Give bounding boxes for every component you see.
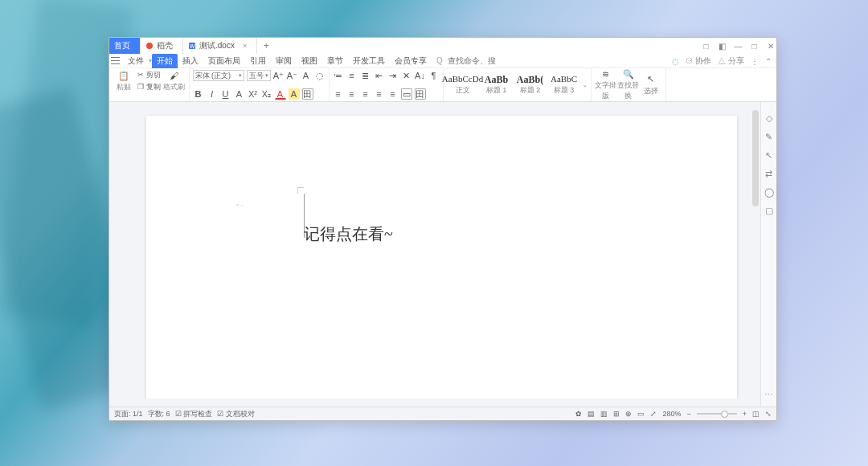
styles-more-icon[interactable]: ⌄: [583, 82, 588, 88]
find-replace-button[interactable]: 🔍 查找替换: [617, 68, 640, 101]
menu-start[interactable]: 开始: [152, 54, 178, 68]
decrease-font-button[interactable]: A⁻: [287, 70, 298, 81]
sidebar-arrow-icon[interactable]: ↖: [765, 150, 772, 161]
sort-button[interactable]: A↓: [415, 70, 426, 81]
vertical-scrollbar[interactable]: [751, 102, 760, 407]
bold-button[interactable]: B: [193, 88, 204, 100]
sidebar-swap-icon[interactable]: ⇄: [765, 169, 772, 179]
sidebar-diamond-icon[interactable]: ◇: [766, 113, 772, 124]
winbtn-b-icon[interactable]: ◧: [718, 42, 727, 51]
tab-close-button[interactable]: ×: [243, 42, 247, 50]
view-read-icon[interactable]: ▭: [637, 410, 645, 418]
new-tab-button[interactable]: +: [257, 40, 275, 51]
align-justify-button[interactable]: ≡: [374, 88, 385, 100]
view-grid-icon[interactable]: ⊞: [613, 410, 620, 418]
multilevel-button[interactable]: ≣: [360, 70, 371, 81]
view-outline-icon[interactable]: ▥: [600, 410, 608, 418]
sidebar-more-icon[interactable]: ⋯: [764, 390, 773, 400]
increase-font-button[interactable]: A⁺: [273, 70, 285, 81]
close-button[interactable]: ✕: [766, 42, 775, 51]
more-icon[interactable]: ⋮: [751, 57, 759, 66]
view-page-icon[interactable]: ▤: [588, 410, 595, 418]
superscript-button[interactable]: X²: [248, 88, 259, 100]
align-right-button[interactable]: ≡: [360, 88, 371, 100]
font-name-select[interactable]: 宋体 (正文)▾: [193, 70, 244, 81]
menu-view[interactable]: 视图: [297, 54, 322, 68]
select-button[interactable]: ↖ 选择: [640, 74, 662, 96]
menu-file[interactable]: 文件: [123, 54, 149, 68]
spell-check-button[interactable]: ☑ 拼写检查: [175, 409, 213, 419]
numbering-button[interactable]: ≡: [346, 70, 358, 81]
subscript-button[interactable]: X₂: [261, 88, 272, 100]
text-tools-button[interactable]: ≋ 文字排版: [595, 68, 617, 101]
zoom-level[interactable]: 280%: [662, 410, 681, 418]
tab-document[interactable]: W 测试.docx ×: [183, 38, 257, 54]
status-page[interactable]: 页面: 1/1: [114, 409, 143, 419]
menu-layout[interactable]: 页面布局: [203, 54, 245, 68]
fullscreen-icon[interactable]: ⤡: [765, 410, 772, 418]
collapse-ribbon-icon[interactable]: ⌃: [765, 57, 772, 66]
tab-app[interactable]: 稻壳: [141, 38, 183, 54]
document-body-text[interactable]: 记得点在看~: [304, 223, 393, 245]
line-height-button[interactable]: ≡: [387, 88, 399, 100]
highlight-button[interactable]: A: [289, 88, 300, 100]
search-input[interactable]: [448, 56, 496, 65]
menu-section[interactable]: 章节: [322, 54, 348, 68]
minimize-button[interactable]: —: [734, 42, 743, 51]
underline-button[interactable]: U: [220, 88, 231, 100]
style-h1[interactable]: AaBb 标题 1: [481, 74, 513, 96]
status-words[interactable]: 字数: 6: [148, 409, 170, 419]
align-center-button[interactable]: ≡: [346, 88, 358, 100]
shading-button[interactable]: ▭: [401, 88, 412, 100]
menu-hamburger-icon[interactable]: [111, 57, 120, 64]
style-normal[interactable]: AaBbCcDd 正文: [447, 74, 479, 96]
zoom-out-button[interactable]: −: [686, 410, 690, 418]
menu-devtools[interactable]: 开发工具: [348, 54, 390, 68]
cloud-icon[interactable]: ◌: [672, 57, 679, 66]
bullets-button[interactable]: ≔: [333, 70, 344, 81]
share-button[interactable]: △ 分享: [718, 55, 744, 67]
maximize-button[interactable]: □: [750, 42, 759, 51]
style-h3[interactable]: AaBbC 标题 3: [548, 74, 580, 96]
format-brush-button[interactable]: 🖌 格式刷: [163, 70, 186, 92]
sidebar-pencil-icon[interactable]: ✎: [765, 132, 772, 142]
menu-review[interactable]: 审阅: [271, 54, 297, 68]
text-tools-label: 文字排版: [595, 80, 617, 101]
doc-check-button[interactable]: ☑ 文档校对: [217, 409, 255, 419]
tab-home[interactable]: 首页: [109, 38, 141, 54]
font-color-button[interactable]: A: [275, 88, 286, 100]
borders-button[interactable]: 田: [415, 88, 426, 100]
zoom-slider[interactable]: [697, 413, 737, 415]
view-split-icon[interactable]: ◫: [752, 410, 760, 418]
coop-button[interactable]: ⚆ 协作: [686, 55, 711, 67]
menu-ref[interactable]: 引用: [245, 54, 271, 68]
menu-insert[interactable]: 插入: [178, 54, 203, 68]
paste-button[interactable]: 📋 粘贴: [113, 70, 135, 92]
search-icon[interactable]: Q: [432, 54, 448, 68]
horizontal-scrollbar[interactable]: [109, 399, 751, 407]
zoom-in-button[interactable]: +: [743, 410, 747, 418]
pilcrow-button[interactable]: ¶: [428, 70, 440, 81]
strike-button[interactable]: A: [234, 88, 245, 100]
italic-button[interactable]: I: [207, 88, 218, 100]
change-case-button[interactable]: A: [301, 70, 312, 81]
sidebar-rect-icon[interactable]: ▢: [765, 206, 773, 216]
view-gear-icon[interactable]: ✿: [575, 410, 582, 418]
sidebar-circle-icon[interactable]: ◯: [764, 187, 774, 198]
view-web-icon[interactable]: ⊕: [625, 410, 632, 418]
font-size-select[interactable]: 五号▾: [247, 70, 271, 81]
tabstops-button[interactable]: ✕: [401, 70, 412, 81]
zoom-fit-icon[interactable]: ⤢: [650, 410, 657, 418]
winbtn-a-icon[interactable]: □: [702, 42, 710, 51]
indent-right-button[interactable]: ⇥: [387, 70, 399, 81]
char-border-button[interactable]: 田: [302, 88, 313, 100]
page-canvas[interactable]: ▫ · 记得点在看~: [146, 116, 737, 421]
copy-button[interactable]: ❐ 复制: [137, 82, 161, 92]
cut-button[interactable]: ✂ 剪切: [137, 70, 161, 80]
align-left-button[interactable]: ≡: [333, 88, 344, 100]
style-h2[interactable]: AaBb( 标题 2: [514, 74, 547, 96]
scrollbar-thumb[interactable]: [752, 110, 759, 206]
clear-format-button[interactable]: ◌: [314, 70, 326, 81]
menu-member[interactable]: 会员专享: [390, 54, 432, 68]
indent-left-button[interactable]: ⇤: [374, 70, 385, 81]
